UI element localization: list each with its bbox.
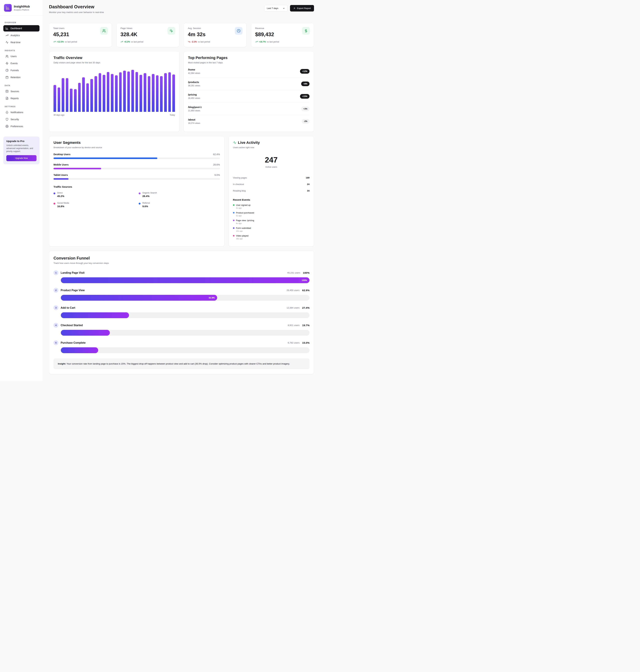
event-item: Product purchased5s ago	[233, 211, 309, 217]
conversion-funnel-subtitle: Track how users move through your key co…	[54, 262, 309, 264]
date-range-select[interactable]: Last 7 days	[264, 5, 288, 12]
sidebar-item-label: Preferences	[11, 125, 23, 128]
page-views: 21,893 views	[188, 109, 202, 112]
step-bar-fill	[61, 347, 98, 353]
page-path: /blog/post-1	[188, 106, 202, 108]
upgrade-now-button[interactable]: Upgrade Now	[6, 155, 37, 161]
step-percent: 19.7%	[302, 324, 309, 327]
nav-section-label-overview: OVERVIEW	[5, 21, 38, 24]
bell-icon	[5, 111, 9, 114]
segments-row: User Segments Breakdown of your audience…	[49, 136, 314, 247]
step-bar-track: 100%	[61, 277, 309, 283]
sidebar-item-funnels[interactable]: Funnels	[3, 67, 40, 73]
sidebar-item-analytics[interactable]: Analytics	[3, 32, 40, 39]
funnel-step-product-page-view: 2Product Page View28,450 users62.9%62.9%	[54, 288, 309, 301]
source-value: 28.4%	[142, 195, 157, 198]
file-text-icon	[5, 97, 9, 100]
users-icon	[5, 55, 9, 58]
chart-bar	[78, 83, 81, 112]
sidebar-item-dashboard[interactable]: Dashboard	[3, 25, 40, 31]
export-report-button[interactable]: Export Report	[290, 5, 314, 12]
event-color-dot	[233, 227, 234, 229]
sidebar-item-notifications[interactable]: Notifications	[3, 109, 40, 116]
chart-bar	[119, 72, 122, 112]
chart-bar	[86, 83, 89, 112]
chart-bar	[168, 72, 171, 112]
chart-bar	[111, 74, 114, 112]
traffic-overview-card: Traffic Overview Daily visitors and page…	[49, 51, 179, 132]
source-color-dot	[54, 192, 55, 194]
page-info: /products38,291 views	[188, 81, 200, 87]
trending-up-icon	[5, 34, 9, 37]
segment-value: 28.6%	[213, 163, 220, 166]
step-label: Landing Page Visit	[61, 271, 85, 274]
page-title: Dashboard Overview	[49, 4, 104, 10]
segment-label: Mobile Users	[54, 163, 69, 166]
chart-bar	[127, 72, 130, 112]
segment-track	[54, 168, 220, 169]
event-color-dot	[233, 212, 234, 214]
sidebar-item-reports[interactable]: Reports	[3, 95, 40, 102]
page-views: 18,274 views	[188, 122, 200, 124]
step-bar-label: 100%	[302, 279, 307, 281]
page-info: /about18,274 views	[188, 118, 200, 124]
sidebar-item-security[interactable]: Security	[3, 116, 40, 122]
stat-value: 4m 32s	[188, 31, 243, 38]
sidebar-item-retention[interactable]: Retention	[3, 74, 40, 81]
event-head: User signed up	[233, 204, 309, 206]
event-label: Page view: /pricing	[236, 219, 254, 222]
step-bar-fill	[61, 312, 129, 318]
event-label: User signed up	[236, 204, 250, 206]
app-logo-icon	[4, 4, 12, 12]
nav-section-label-data: DATA	[5, 85, 38, 87]
charts-row: Traffic Overview Daily visitors and page…	[49, 51, 314, 132]
step-percent: 100%	[303, 271, 309, 274]
trending-down-icon	[188, 41, 190, 43]
sidebar-nav: OVERVIEWDashboardAnalyticsReal-timeINSIG…	[0, 16, 43, 130]
traffic-sources-grid: Direct45.2%Organic Search28.4%Social Med…	[54, 192, 220, 208]
activity-label: Reading blog	[233, 190, 246, 192]
source-text: Social Media16.8%	[57, 202, 69, 208]
page-views: 28,450 views	[188, 97, 200, 99]
step-percent: 27.4%	[302, 306, 309, 309]
chart-bar	[131, 70, 134, 112]
chart-bar	[115, 75, 118, 112]
change-badge: +8%	[301, 82, 309, 86]
change-badge: +3%	[301, 106, 309, 111]
chart-bar	[54, 85, 56, 112]
step-metrics: 8,921 users19.7%	[288, 324, 310, 327]
sidebar-item-sources[interactable]: Sources	[3, 88, 40, 94]
sidebar-item-events[interactable]: Events	[3, 60, 40, 67]
traffic-source-direct: Direct45.2%	[54, 192, 135, 198]
chart-bar	[66, 78, 69, 112]
page-path: /pricing	[188, 93, 200, 96]
chart-bar	[70, 89, 73, 112]
page-path: /about	[188, 118, 200, 121]
stat-delta-suffix: vs last period	[131, 41, 143, 43]
chart-bar	[156, 75, 159, 112]
sidebar-item-preferences[interactable]: Preferences	[3, 123, 40, 130]
page-info: /blog/post-121,893 views	[188, 106, 202, 112]
event-item: Page view: /pricing8s ago	[233, 219, 309, 224]
export-report-label: Export Report	[297, 7, 311, 10]
live-activity-subtitle: Users active right now	[233, 146, 309, 149]
sidebar-item-label: Retention	[11, 76, 20, 79]
upgrade-title: Upgrade to Pro	[6, 140, 37, 143]
live-activity-card: Live Activity Users active right now 247…	[229, 136, 314, 247]
sidebar-item-users[interactable]: Users	[3, 53, 40, 59]
event-head: Form submitted	[233, 227, 309, 229]
page-info: /home42,384 views	[188, 68, 200, 74]
chart-bar	[160, 76, 163, 112]
sidebar-item-real-time[interactable]: Real-time	[3, 39, 40, 45]
stat-card-revenue: Revenue$89,432+18.7%vs last period	[251, 23, 314, 47]
segment-track	[54, 158, 220, 159]
step-metrics: 45,231 users100%	[287, 271, 309, 274]
user-segments-subtitle: Breakdown of your audience by device and…	[54, 146, 220, 149]
change-badge: +12%	[300, 69, 309, 74]
step-number-badge: 3	[54, 305, 58, 310]
pulse-icon	[233, 141, 236, 144]
segment-fill	[54, 178, 69, 180]
source-label: Social Media	[57, 202, 69, 204]
step-percent: 15.0%	[302, 341, 309, 344]
stat-delta-row: +8.2%vs last period	[120, 41, 175, 43]
